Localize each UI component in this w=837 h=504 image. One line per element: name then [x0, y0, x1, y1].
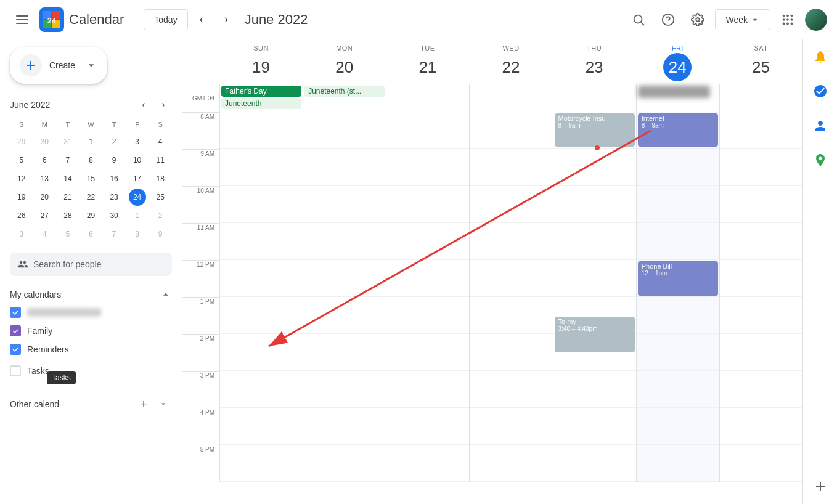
- my-calendars-section: My calendars Family: [10, 286, 172, 383]
- next-period-button[interactable]: ›: [215, 9, 237, 31]
- time-grid-scroll[interactable]: 8 AM 9 AM 10 AM 11 AM 12 PM 1 PM 2 PM 3 …: [182, 112, 802, 504]
- avatar[interactable]: [805, 9, 827, 31]
- mini-day[interactable]: 9: [105, 152, 123, 169]
- mini-day[interactable]: 22: [82, 189, 99, 206]
- allday-event-fathers-day[interactable]: Father's Day: [221, 86, 301, 97]
- week-day-sat: SAT 25: [719, 39, 802, 84]
- mini-day[interactable]: 2: [152, 207, 169, 224]
- mini-day[interactable]: 23: [105, 189, 123, 206]
- time-label-11am: 11 AM: [182, 223, 219, 260]
- allday-event-blurred[interactable]: [638, 86, 710, 98]
- event-phone-bill[interactable]: Phone Bill 12 – 1pm: [638, 261, 718, 296]
- mini-day[interactable]: 30: [105, 207, 123, 224]
- svg-line-9: [642, 22, 645, 25]
- prev-period-button[interactable]: ‹: [190, 9, 213, 31]
- mini-cal-next-button[interactable]: ›: [155, 96, 172, 113]
- mini-day[interactable]: 6: [36, 152, 53, 169]
- mini-day[interactable]: 15: [82, 170, 99, 187]
- right-notification-button[interactable]: [808, 44, 833, 69]
- calendar-checkbox-personal[interactable]: [10, 307, 21, 318]
- mini-day[interactable]: 28: [59, 207, 76, 224]
- allday-cell-wed: [469, 84, 552, 112]
- mini-day[interactable]: 5: [59, 226, 76, 243]
- mini-day-today[interactable]: 24: [129, 189, 146, 206]
- mini-day[interactable]: 4: [36, 226, 53, 243]
- calendar-item-personal[interactable]: [10, 303, 172, 322]
- day-col-sun[interactable]: [219, 112, 303, 482]
- calendar-item-family[interactable]: Family: [10, 322, 172, 340]
- hamburger-menu-button[interactable]: [10, 7, 35, 32]
- mini-day[interactable]: 21: [59, 189, 76, 206]
- mini-day[interactable]: 17: [129, 170, 146, 187]
- mini-day[interactable]: 4: [152, 133, 169, 150]
- mini-day[interactable]: 16: [105, 170, 123, 187]
- mini-day[interactable]: 3: [13, 226, 30, 243]
- calendar-checkbox-family[interactable]: [10, 325, 21, 336]
- day-col-wed[interactable]: [469, 112, 552, 482]
- event-title: Phone Bill: [642, 262, 714, 270]
- mini-day[interactable]: 13: [36, 170, 53, 187]
- mini-day[interactable]: 26: [13, 207, 30, 224]
- mini-day[interactable]: 18: [152, 170, 169, 187]
- mini-day[interactable]: 29: [13, 133, 30, 150]
- mini-day[interactable]: 8: [82, 152, 99, 169]
- nav-controls: Today ‹ › June 2022: [144, 9, 308, 31]
- mini-day[interactable]: 7: [59, 152, 76, 169]
- day-col-mon[interactable]: [303, 112, 386, 482]
- day-col-thu[interactable]: Motorcycle Insu 8 – 9am To my 3:40 – 4:4…: [553, 112, 636, 482]
- mini-cal-prev-button[interactable]: ‹: [135, 96, 152, 113]
- mini-day[interactable]: 3: [129, 133, 146, 150]
- right-maps-button[interactable]: [808, 148, 833, 173]
- mini-day[interactable]: 19: [13, 189, 30, 206]
- right-contacts-button[interactable]: [808, 113, 833, 138]
- google-apps-button[interactable]: [775, 7, 800, 32]
- mini-day[interactable]: 10: [129, 152, 146, 169]
- mini-day[interactable]: 30: [36, 133, 53, 150]
- calendar-checkbox-tasks[interactable]: [10, 365, 21, 376]
- calendar-item-reminders[interactable]: Reminders: [10, 340, 172, 359]
- time-label-3pm: 3 PM: [182, 371, 219, 408]
- event-title: Motorcycle Insu: [558, 115, 631, 122]
- mini-day[interactable]: 12: [13, 170, 30, 187]
- mini-day[interactable]: 6: [82, 226, 99, 243]
- mini-day[interactable]: 14: [59, 170, 76, 187]
- other-calendars-add-button[interactable]: +: [135, 396, 152, 413]
- mini-day[interactable]: 5: [13, 152, 30, 169]
- settings-button[interactable]: [685, 7, 710, 32]
- time-grid: 8 AM 9 AM 10 AM 11 AM 12 PM 1 PM 2 PM 3 …: [182, 112, 802, 482]
- allday-event-juneteenth-sun[interactable]: Juneteenth: [221, 98, 301, 109]
- create-button[interactable]: Create: [10, 47, 107, 84]
- right-tasks-button[interactable]: [808, 79, 833, 104]
- mini-day[interactable]: 31: [59, 133, 76, 150]
- event-internet[interactable]: Internet 8 – 9am: [638, 113, 718, 147]
- mini-day[interactable]: 2: [105, 133, 123, 150]
- allday-event-juneteenth-mon[interactable]: Juneteenth (st...: [304, 86, 385, 97]
- mini-day[interactable]: 11: [152, 152, 169, 169]
- today-button[interactable]: Today: [144, 9, 187, 30]
- current-period-title: June 2022: [245, 12, 308, 28]
- mini-day[interactable]: 20: [36, 189, 53, 206]
- calendar-checkbox-reminders[interactable]: [10, 344, 21, 355]
- mini-day[interactable]: 1: [129, 207, 146, 224]
- mini-cal-grid: SMT WTF S 29 30 31 1 2 3 4 5 6 7: [10, 118, 172, 243]
- mini-day[interactable]: 29: [82, 207, 99, 224]
- calendar-item-tasks[interactable]: Tasks ⋮ Tasks: [10, 359, 172, 383]
- day-col-fri[interactable]: Internet 8 – 9am Phone Bill 12 – 1pm: [636, 112, 719, 482]
- event-motorcycle-insurance[interactable]: Motorcycle Insu 8 – 9am: [555, 113, 635, 147]
- search-button[interactable]: [626, 7, 651, 32]
- mini-day[interactable]: 25: [152, 189, 169, 206]
- mini-day[interactable]: 9: [152, 226, 169, 243]
- mini-day[interactable]: 8: [129, 226, 146, 243]
- mini-day[interactable]: 1: [82, 133, 99, 150]
- day-col-sat[interactable]: [719, 112, 802, 482]
- my-calendars-header[interactable]: My calendars: [10, 286, 172, 303]
- search-people-input[interactable]: Search for people: [10, 253, 172, 276]
- view-select-button[interactable]: Week: [715, 9, 770, 30]
- day-col-tue[interactable]: [386, 112, 469, 482]
- mini-day[interactable]: 27: [36, 207, 53, 224]
- other-calendars-toggle-button[interactable]: [155, 396, 172, 413]
- mini-day[interactable]: 7: [105, 226, 123, 243]
- right-add-button[interactable]: [808, 474, 833, 499]
- event-to-my[interactable]: To my 3:40 – 4:40pm: [555, 317, 635, 352]
- help-button[interactable]: [656, 7, 680, 32]
